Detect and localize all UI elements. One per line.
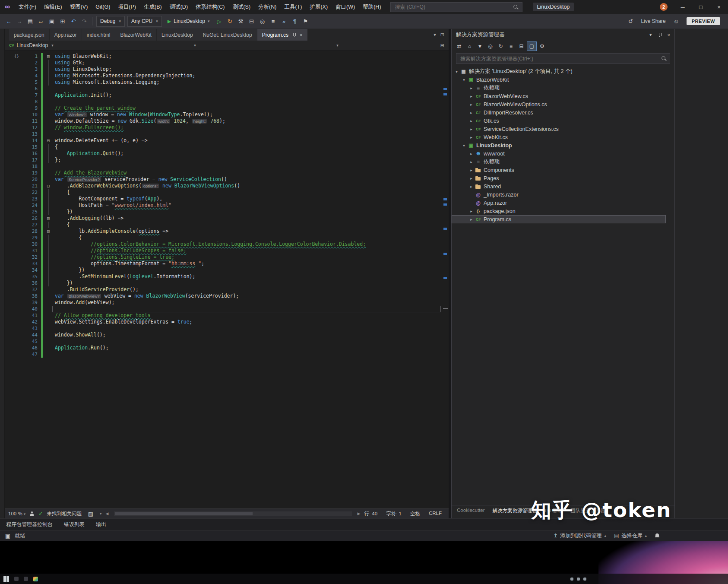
problems-status[interactable]: 未找到相关问题 bbox=[47, 511, 82, 517]
code-line[interactable]: 20var ServiceProvider? serviceProvider =… bbox=[5, 176, 449, 183]
maximize-button[interactable]: □ bbox=[692, 0, 710, 14]
expand-icon[interactable]: ▸ bbox=[468, 127, 475, 131]
hot-reload-icon[interactable]: ↻ bbox=[225, 16, 235, 26]
visual-studio-logo-icon[interactable]: ∞ bbox=[0, 3, 15, 11]
home-icon[interactable]: ⌂ bbox=[465, 41, 475, 51]
back-arrow-icon[interactable]: ← bbox=[3, 16, 14, 26]
open-folder-icon[interactable]: ▱ bbox=[36, 16, 46, 26]
code-line[interactable]: 27 { bbox=[5, 222, 449, 228]
code-line[interactable]: 8 bbox=[5, 98, 449, 105]
formatting-marks-icon[interactable]: ¶ bbox=[290, 16, 300, 26]
code-line[interactable]: 45 bbox=[5, 338, 449, 345]
menu-item[interactable]: 调试(D) bbox=[166, 0, 192, 14]
tree-item[interactable]: ▸C#DllImportResolver.cs bbox=[452, 108, 666, 117]
tree-item[interactable]: ▸C#BlazorWebViewOptions.cs bbox=[452, 100, 666, 108]
tool-window-tab[interactable]: 解决方案资源管理器 bbox=[493, 508, 538, 518]
code-line[interactable]: 7Application.Init(); bbox=[5, 92, 449, 98]
code-line[interactable]: 2using Gtk; bbox=[5, 60, 449, 66]
code-line[interactable]: 17}; bbox=[5, 157, 449, 163]
tree-item[interactable]: ▸C#Gtk.cs bbox=[452, 117, 666, 125]
code-line[interactable]: 38var BlazorWebView? webView = new Blazo… bbox=[5, 293, 449, 299]
tray-icon[interactable] bbox=[577, 578, 580, 581]
code-line[interactable]: 36 }) bbox=[5, 280, 449, 286]
code-line[interactable]: 39window.Add(webView); bbox=[5, 299, 449, 306]
menu-item[interactable]: 窗口(W) bbox=[332, 0, 359, 14]
minimize-button[interactable]: ─ bbox=[674, 0, 692, 14]
expand-icon[interactable]: ▸ bbox=[468, 217, 475, 222]
menu-item[interactable]: 视图(V) bbox=[66, 0, 92, 14]
start-debugging-button[interactable]: ▶ LinuxDesktop ▾ bbox=[163, 18, 214, 24]
panel-header[interactable]: 解决方案资源管理器 ▾ × bbox=[452, 29, 674, 41]
editor-tab[interactable]: Program.cs× bbox=[257, 29, 307, 41]
scrollbar-thumb[interactable] bbox=[115, 512, 253, 515]
column-indicator[interactable]: 字符: 1 bbox=[386, 511, 402, 517]
tool-window-tab[interactable]: Cookiecutter bbox=[457, 508, 485, 518]
sync-with-active-document-icon[interactable]: ◎ bbox=[485, 41, 495, 51]
expand-icon[interactable]: ▸ bbox=[468, 135, 475, 140]
split-editor-icon[interactable]: ⊟ bbox=[440, 43, 444, 48]
fold-collapse-icon[interactable]: ⊟ bbox=[44, 183, 52, 189]
expand-icon[interactable]: ▸ bbox=[468, 160, 475, 164]
horizontal-scrollbar[interactable] bbox=[114, 511, 351, 516]
code-line[interactable]: 13 bbox=[5, 131, 449, 137]
fold-collapse-icon[interactable]: ⊟ bbox=[44, 215, 52, 222]
switch-views-icon[interactable]: ⇄ bbox=[454, 41, 464, 51]
tree-item[interactable]: ▸≡依赖项 bbox=[452, 84, 666, 92]
code-line[interactable]: 18 bbox=[5, 163, 449, 170]
code-line[interactable]: 28⊟ lb.AddSimpleConsole(options => bbox=[5, 228, 449, 235]
code-line[interactable]: 15{ bbox=[5, 144, 449, 150]
code-line[interactable]: 24 HostPath = "wwwroot/index.html" bbox=[5, 202, 449, 209]
close-button[interactable]: × bbox=[710, 0, 728, 14]
undo-icon[interactable]: ↶ bbox=[68, 16, 79, 26]
expand-icon[interactable]: ▸ bbox=[468, 119, 475, 123]
menu-item[interactable]: 工具(T) bbox=[280, 0, 306, 14]
editor-tab[interactable]: NuGet: LinuxDesktop bbox=[198, 29, 257, 41]
menu-item[interactable]: Git(G) bbox=[92, 0, 114, 14]
code-line[interactable]: 21⊟ .AddBlazorWebViewOptions(options: ne… bbox=[5, 183, 449, 189]
breadcrumb-member-dropdown[interactable]: ▾ bbox=[196, 43, 339, 48]
tree-item[interactable]: ▾▣BlazorWebKit bbox=[452, 76, 666, 84]
menu-item[interactable]: 文件(F) bbox=[15, 0, 40, 14]
preview-selected-icon[interactable]: ▢ bbox=[527, 41, 537, 51]
window-layout-icon[interactable]: ⊡ bbox=[440, 32, 444, 38]
bookmark-icon[interactable]: ⚑ bbox=[301, 16, 311, 26]
code-line[interactable]: 47 bbox=[5, 351, 449, 358]
code-line[interactable]: 19// Add the BlazorWebView bbox=[5, 170, 449, 176]
bell-icon[interactable] bbox=[655, 533, 660, 538]
forward-arrow-icon[interactable]: → bbox=[14, 16, 25, 26]
code-line[interactable]: 40 bbox=[5, 306, 449, 312]
indent-icon[interactable]: » bbox=[279, 16, 289, 26]
editor-scrollbar[interactable] bbox=[442, 51, 449, 508]
menu-item[interactable]: 项目(P) bbox=[114, 0, 140, 14]
pin-icon[interactable] bbox=[657, 32, 662, 38]
code-line[interactable]: 4using Microsoft.Extensions.DependencyIn… bbox=[5, 73, 449, 79]
code-line[interactable]: 32 //options.SingleLine = true; bbox=[5, 254, 449, 260]
collapse-all-icon[interactable]: ⊟ bbox=[516, 41, 526, 51]
code-line[interactable]: 11window.DefaultSize = new Gdk.Size(widt… bbox=[5, 118, 449, 124]
tray-icon[interactable] bbox=[570, 578, 573, 581]
panel-tab[interactable]: 程序包管理器控制台 bbox=[6, 521, 53, 528]
chevron-down-icon[interactable]: ▾ bbox=[100, 511, 102, 516]
code-line[interactable]: 42webView.Settings.EnableDeveloperExtras… bbox=[5, 319, 449, 325]
refresh-icon[interactable]: ↻ bbox=[496, 41, 506, 51]
editor-tab[interactable]: BlazorWebKit bbox=[115, 29, 156, 41]
tree-item[interactable]: ▸Pages bbox=[452, 174, 666, 182]
debug-configuration-dropdown[interactable]: Debug ▾ bbox=[96, 16, 125, 27]
editor-tab[interactable]: App.razor bbox=[50, 29, 82, 41]
live-share-label[interactable]: Live Share bbox=[641, 18, 665, 24]
close-icon[interactable]: × bbox=[300, 32, 302, 38]
zoom-dropdown[interactable]: 100 % ▾ bbox=[8, 511, 25, 516]
code-line[interactable]: 44window.ShowAll(); bbox=[5, 332, 449, 338]
outline-icon[interactable]: ≡ bbox=[268, 16, 279, 26]
start-without-debugging-icon[interactable]: ▷ bbox=[214, 16, 225, 26]
panel-tab[interactable]: 错误列表 bbox=[64, 521, 85, 528]
menu-item[interactable]: 测试(S) bbox=[228, 0, 254, 14]
taskbar-app-icon[interactable] bbox=[33, 577, 38, 581]
menu-item[interactable]: 生成(B) bbox=[140, 0, 166, 14]
fold-collapse-icon[interactable]: ⊟ bbox=[44, 53, 52, 60]
expand-icon[interactable]: ▸ bbox=[468, 94, 475, 98]
breadcrumb-type-dropdown[interactable]: ▾ bbox=[54, 43, 196, 48]
code-line[interactable]: 22 { bbox=[5, 189, 449, 196]
tree-item[interactable]: @App.razor bbox=[452, 199, 666, 207]
code-line[interactable]: 1⊟using BlazorWebKit; bbox=[5, 53, 449, 60]
